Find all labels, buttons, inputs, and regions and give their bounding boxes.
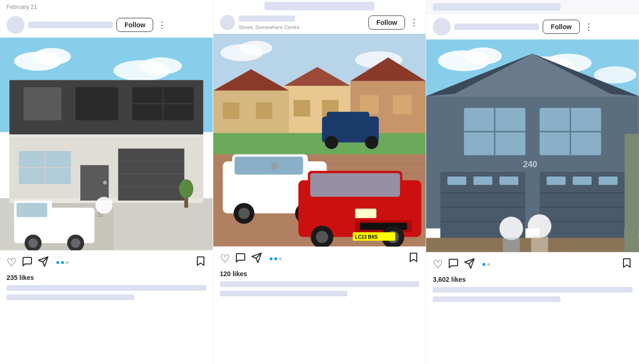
dot-2-2 [274, 257, 277, 260]
svg-rect-52 [223, 102, 239, 119]
carousel-dots-2 [267, 257, 406, 260]
follow-button-1[interactable]: Follow [117, 18, 153, 32]
svg-text:LC13 BXS: LC13 BXS [355, 234, 377, 240]
top-placeholder-3 [433, 3, 561, 11]
svg-point-33 [179, 179, 193, 198]
username-placeholder-3 [454, 23, 539, 30]
more-icon-2[interactable]: ⋮ [409, 18, 419, 27]
svg-rect-45 [393, 95, 412, 114]
caption-line-2a [220, 281, 420, 287]
likes-count-2: 120 likes [213, 269, 426, 279]
dot-1-2 [61, 261, 64, 264]
more-icon-3[interactable]: ⋮ [584, 23, 594, 31]
dot-2-3 [279, 257, 282, 260]
svg-rect-53 [256, 102, 272, 119]
svg-marker-37 [197, 257, 204, 265]
caption-line-3a [433, 287, 632, 293]
caption-line-2b [220, 291, 348, 296]
user-location-2: Street, Somewhere Centre [239, 15, 365, 30]
send-icon-1[interactable] [38, 255, 52, 270]
avatar-1 [7, 16, 24, 34]
post-image-3: 240 [426, 39, 639, 252]
svg-rect-100 [499, 177, 518, 185]
svg-rect-9 [23, 87, 61, 120]
send-icon-2[interactable] [251, 251, 265, 266]
like-icon-1[interactable]: ♡ [7, 256, 20, 269]
svg-rect-61 [234, 157, 303, 175]
svg-text:240: 240 [523, 160, 538, 169]
svg-rect-101 [547, 177, 566, 185]
partial-title-2 [213, 0, 426, 11]
feed-container: February 21 Follow ⋮ [0, 0, 639, 364]
svg-point-74 [316, 231, 328, 243]
caption-line-1b [7, 294, 134, 300]
bookmark-icon-1[interactable] [195, 256, 206, 270]
svg-rect-98 [448, 177, 467, 185]
avatar-2 [220, 15, 235, 30]
svg-rect-99 [474, 177, 492, 185]
svg-rect-80 [327, 112, 369, 126]
like-icon-2[interactable]: ♡ [220, 252, 233, 265]
post-actions-1: ♡ [0, 250, 213, 273]
send-icon-3[interactable] [464, 257, 478, 272]
top-bar-3 [426, 0, 639, 14]
svg-rect-72 [355, 209, 376, 218]
svg-point-66 [271, 163, 278, 170]
post-column-2: Street, Somewhere Centre Follow ⋮ [213, 0, 427, 364]
svg-point-20 [103, 181, 107, 185]
svg-marker-125 [623, 259, 630, 267]
title-placeholder-2 [265, 2, 374, 10]
post-header-2: Street, Somewhere Centre Follow ⋮ [213, 11, 426, 34]
follow-button-2[interactable]: Follow [368, 15, 405, 30]
svg-rect-27 [16, 203, 47, 217]
likes-count-3: 3,602 likes [426, 275, 639, 285]
svg-point-81 [325, 136, 338, 149]
carousel-dots-3 [480, 263, 619, 266]
svg-point-34 [95, 197, 112, 214]
bookmark-icon-3[interactable] [621, 257, 632, 271]
svg-point-82 [365, 136, 378, 149]
dot-1-3 [66, 261, 69, 264]
dot-2-1 [270, 257, 273, 260]
svg-point-120 [528, 214, 552, 238]
svg-point-29 [28, 239, 38, 248]
svg-rect-103 [599, 177, 618, 185]
comment-icon-1[interactable] [22, 255, 36, 270]
svg-rect-54 [213, 133, 426, 156]
svg-point-88 [464, 47, 502, 64]
username-placeholder-1 [28, 22, 113, 28]
svg-point-40 [239, 41, 272, 55]
bookmark-icon-2[interactable] [408, 252, 419, 266]
post-header-1: Follow ⋮ [0, 12, 213, 38]
svg-rect-10 [76, 87, 118, 120]
follow-button-3[interactable]: Follow [543, 20, 579, 34]
comment-icon-2[interactable] [235, 251, 249, 266]
svg-rect-118 [625, 134, 639, 252]
svg-point-63 [238, 208, 249, 219]
svg-rect-48 [294, 100, 310, 116]
post-column-1: February 21 Follow ⋮ [0, 0, 213, 364]
more-icon-1[interactable]: ⋮ [157, 21, 167, 29]
post-image-2: LC13 BXS [213, 34, 426, 247]
dot-1-1 [56, 261, 59, 264]
svg-point-31 [71, 239, 80, 248]
avatar-3 [433, 18, 451, 36]
carousel-dots-1 [54, 261, 193, 264]
post-image-1: 37 [0, 38, 213, 250]
svg-rect-69 [310, 173, 400, 197]
post-column-3: Follow ⋮ [426, 0, 639, 364]
location-text-2: Street, Somewhere Centre [239, 23, 365, 30]
caption-line-1a [7, 285, 206, 291]
likes-count-1: 235 likes [0, 273, 213, 283]
svg-point-4 [140, 57, 182, 74]
post-header-3: Follow ⋮ [426, 14, 639, 39]
svg-rect-44 [360, 95, 379, 114]
comment-icon-3[interactable] [448, 257, 462, 272]
caption-line-3b [433, 296, 561, 302]
like-icon-3[interactable]: ♡ [433, 258, 446, 271]
svg-marker-85 [410, 253, 417, 262]
username-placeholder-2 [239, 15, 295, 22]
svg-point-2 [33, 48, 70, 65]
dot-3-2 [487, 263, 490, 266]
svg-rect-122 [531, 235, 548, 252]
